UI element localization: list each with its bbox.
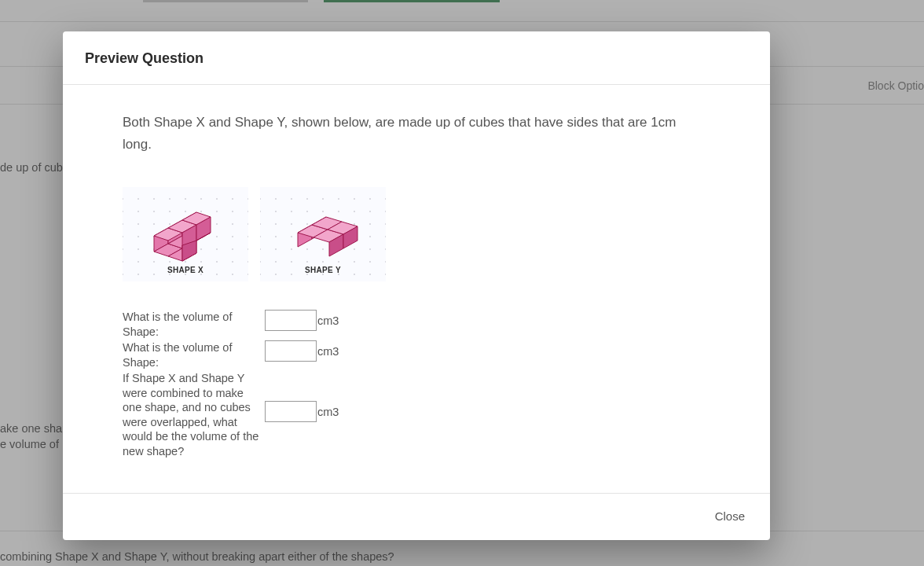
shapes-row: SHAPE X <box>123 187 731 281</box>
field-label-2: What is the volume of Shape: <box>123 340 265 369</box>
close-button[interactable]: Close <box>715 509 745 523</box>
field-input-wrap-1: cm3 <box>265 310 339 331</box>
modal-body-wrap: Both Shape X and Shape Y, shown below, a… <box>63 85 770 493</box>
modal-title: Preview Question <box>85 50 748 67</box>
field-row-2: What is the volume of Shape: cm3 <box>123 340 731 369</box>
volume-x-input[interactable] <box>265 310 317 331</box>
preview-question-modal: Preview Question Both Shape X and Shape … <box>63 31 770 540</box>
fields-table: What is the volume of Shape: cm3 What is… <box>123 310 731 458</box>
unit-label: cm3 <box>317 345 339 358</box>
unit-label: cm3 <box>317 406 339 418</box>
modal-header: Preview Question <box>63 31 770 85</box>
volume-combined-input[interactable] <box>265 401 317 422</box>
field-input-wrap-3: cm3 <box>265 371 339 422</box>
question-intro: Both Shape X and Shape Y, shown below, a… <box>123 112 688 156</box>
shape-x-card: SHAPE X <box>123 187 248 281</box>
field-row-3: If Shape X and Shape Y were combined to … <box>123 371 731 458</box>
modal-footer: Close <box>63 493 770 540</box>
unit-label: cm3 <box>317 314 339 327</box>
shape-y-label: SHAPE Y <box>305 266 341 274</box>
field-label-1: What is the volume of Shape: <box>123 310 265 339</box>
shape-x-figure <box>138 203 233 266</box>
field-row-1: What is the volume of Shape: cm3 <box>123 310 731 339</box>
field-input-wrap-2: cm3 <box>265 340 339 362</box>
modal-body[interactable]: Both Shape X and Shape Y, shown below, a… <box>63 85 770 493</box>
field-label-3: If Shape X and Shape Y were combined to … <box>123 371 265 458</box>
shape-y-figure <box>276 203 370 266</box>
volume-y-input[interactable] <box>265 340 317 362</box>
shape-y-card: SHAPE Y <box>260 187 386 281</box>
shape-x-label: SHAPE X <box>167 266 204 274</box>
